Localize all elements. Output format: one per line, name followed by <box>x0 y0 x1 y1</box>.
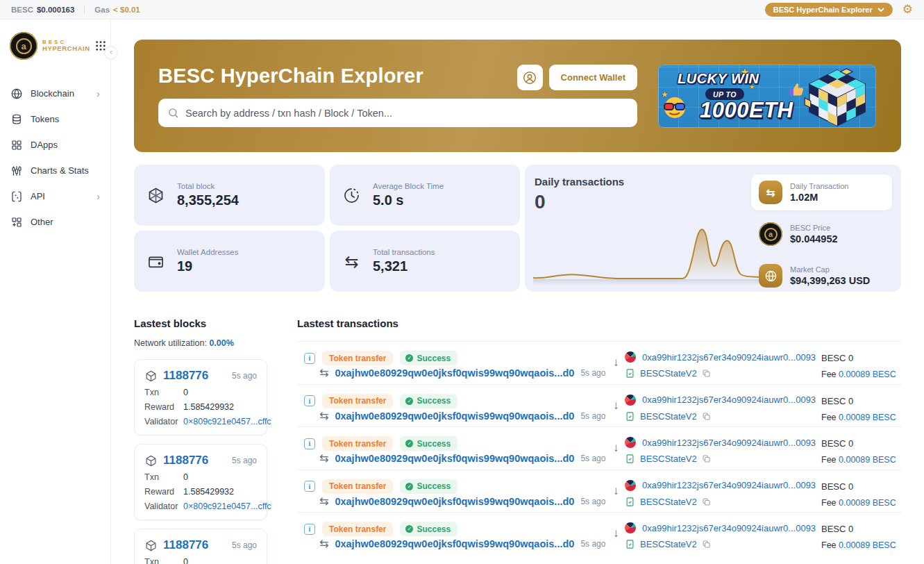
to-address-link[interactable]: 0xa99hir1232js67er34o90924iauwr0...0093 <box>642 352 816 363</box>
sidebar-item-tokens[interactable]: Tokens <box>0 106 110 132</box>
block-validator-link[interactable]: 0×809c921e0457...cffc <box>183 501 271 511</box>
contract-name-link[interactable]: BESCStateV2 <box>640 497 697 507</box>
check-circle-icon: ✓ <box>405 397 413 405</box>
besc-ticker-label: BESC <box>11 6 33 14</box>
sidebar-item-blockchain[interactable]: Blockchain › <box>0 81 110 106</box>
transaction-age: 5s ago <box>580 368 605 378</box>
sidebar-item-label: API <box>31 191 45 201</box>
network-selector-dropdown[interactable]: BESC HyperChain Explorer <box>765 3 893 17</box>
transaction-amount: BESC 0 <box>821 353 853 363</box>
swap-arrows-icon: ⇆ <box>319 410 328 422</box>
transaction-hash-link[interactable]: 0xajhw0e80929qw0e0jksf0qwis99wq90wqaois.… <box>335 367 574 379</box>
transaction-row: i Token transfer ✓Success ⇆ 0xajhw0e8092… <box>297 470 901 513</box>
transaction-fee-value: 0.00089 BESC <box>839 540 896 550</box>
wallet-icon <box>146 252 165 271</box>
block-validator-link[interactable]: 0×809c921e0457...cffc <box>183 417 271 426</box>
arrow-down-icon: ↓ <box>613 526 619 540</box>
connect-wallet-button[interactable]: Connect Wallet <box>549 65 637 90</box>
grid-squares-icon <box>10 139 23 151</box>
transaction-age: 5s ago <box>580 454 605 463</box>
swap-arrows-icon: ⇆ <box>342 252 361 271</box>
hero-banner: BESC HyperChain Explorer Connect Wallet … <box>134 40 901 152</box>
transaction-fee: Fee 0.00089 BESC <box>821 498 896 508</box>
side-stat-daily-transaction: ⇆ Daily Transaction 1.02M <box>751 174 892 210</box>
sidebar-item-api[interactable]: API › <box>0 183 110 209</box>
swap-arrows-icon: ⇆ <box>319 367 328 379</box>
thumbs-up-icon <box>787 80 805 101</box>
copy-icon[interactable] <box>702 454 711 463</box>
block-number-link[interactable]: 1188776 <box>163 369 208 383</box>
address-avatar <box>625 522 636 533</box>
lucky-win-promo-banner[interactable]: ★ ★ ★ ★ LUCKY WIN UP TO 1000ETH <box>658 65 876 128</box>
transaction-fee-value: 0.00089 BESC <box>839 498 896 508</box>
transaction-fee-value: 0.00089 BESC <box>839 413 896 422</box>
transaction-amount: BESC 0 <box>821 396 853 406</box>
transaction-hash-link[interactable]: 0xajhw0e80929qw0e0jksf0qwis99wq90wqaois.… <box>335 496 574 507</box>
transaction-status-badge: ✓Success <box>400 522 457 536</box>
promo-line1: LUCKY WIN <box>678 71 759 87</box>
besc-logo[interactable]: a <box>10 32 37 60</box>
latest-blocks-heading: Lastest blocks <box>134 317 297 329</box>
info-icon[interactable]: i <box>304 395 315 406</box>
sidebar-collapse-button[interactable]: ‹ <box>104 46 118 60</box>
copy-icon[interactable] <box>702 369 711 378</box>
check-circle-icon: ✓ <box>405 354 413 362</box>
latest-blocks-section: Lastest blocks Network utilization: 0.00… <box>134 317 297 564</box>
to-address-link[interactable]: 0xa99hir1232js67er34o90924iauwr0...0093 <box>642 438 816 448</box>
sidebar-item-charts-stats[interactable]: Charts & Stats <box>0 158 110 183</box>
stat-value: 19 <box>177 258 238 274</box>
sidebar-item-other[interactable]: Other <box>0 209 110 235</box>
contract-name-link[interactable]: BESCStateV2 <box>640 411 697 422</box>
to-address-link[interactable]: 0xa99hir1232js67er34o90924iauwr0...0093 <box>642 395 816 405</box>
transaction-fee: Fee 0.00089 BESC <box>821 413 896 422</box>
stat-card-total-transactions: ⇆ Total transactions 5,321 <box>330 231 520 292</box>
transaction-hash-link[interactable]: 0xajhw0e80929qw0e0jksf0qwis99wq90wqaois.… <box>335 453 574 464</box>
daily-transactions-panel: Daily transactions 0 <box>525 165 901 292</box>
copy-icon[interactable] <box>702 412 711 421</box>
info-icon[interactable]: i <box>304 481 315 492</box>
sidebar-nav: Blockchain › Tokens DApps Charts & Stats… <box>0 81 110 235</box>
stat-value: 5.0 s <box>373 192 444 208</box>
network-utilization: Network utilization: 0.00% <box>134 338 297 348</box>
latest-transactions-section: Lastest transactions i Token transfer ✓S… <box>297 317 901 564</box>
profile-button[interactable] <box>517 65 543 90</box>
transaction-amount: BESC 0 <box>821 481 853 492</box>
contract-doc-icon <box>625 539 635 549</box>
contract-name-link[interactable]: BESCStateV2 <box>640 368 697 379</box>
chevron-right-icon: › <box>96 190 100 202</box>
transaction-status-badge: ✓Success <box>400 394 457 408</box>
block-card-list: 1188776 5s ago Txn0 Reward1.585429932 Va… <box>134 359 297 564</box>
contract-name-link[interactable]: BESCStateV2 <box>640 454 697 464</box>
network-selector-label: BESC HyperChain Explorer <box>773 6 873 14</box>
besc-logo-text: BESC HYPERCHAIN <box>42 39 90 53</box>
transaction-hash-link[interactable]: 0xajhw0e80929qw0e0jksf0qwis99wq90wqaois.… <box>335 538 574 549</box>
transaction-status-badge: ✓Success <box>400 436 457 451</box>
copy-icon[interactable] <box>702 497 711 506</box>
address-avatar <box>625 437 636 448</box>
transaction-hash-link[interactable]: 0xajhw0e80929qw0e0jksf0qwis99wq90wqaois.… <box>335 410 574 422</box>
stat-label: Total block <box>177 182 239 190</box>
info-icon[interactable]: i <box>304 524 315 535</box>
info-icon[interactable]: i <box>304 353 315 364</box>
block-txn-count: 0 <box>183 472 188 482</box>
block-number-link[interactable]: 1188776 <box>163 538 208 552</box>
contract-name-link[interactable]: BESCStateV2 <box>640 539 697 549</box>
settings-gear-icon[interactable]: ⚙ <box>902 3 913 15</box>
transaction-amount: BESC 0 <box>821 524 853 534</box>
address-avatar <box>625 395 636 406</box>
to-address-link[interactable]: 0xa99hir1232js67er34o90924iauwr0...0093 <box>642 523 816 533</box>
search-bar[interactable] <box>158 99 637 127</box>
copy-icon[interactable] <box>702 540 711 549</box>
transaction-row: i Token transfer ✓Success ⇆ 0xajhw0e8092… <box>297 426 901 470</box>
transaction-fee: Fee 0.00089 BESC <box>821 370 896 379</box>
to-address-link[interactable]: 0xa99hir1232js67er34o90924iauwr0...0093 <box>642 480 816 490</box>
search-input[interactable] <box>185 108 628 119</box>
sidebar-item-label: Tokens <box>31 114 59 124</box>
check-circle-icon: ✓ <box>405 440 413 447</box>
block-age: 5s ago <box>232 371 257 381</box>
sidebar-item-dapps[interactable]: DApps <box>0 132 110 158</box>
block-number-link[interactable]: 1188776 <box>163 454 208 467</box>
gas-label: Gas <box>94 6 110 14</box>
info-icon[interactable]: i <box>304 438 315 449</box>
stat-label: Average Block Time <box>373 182 444 190</box>
